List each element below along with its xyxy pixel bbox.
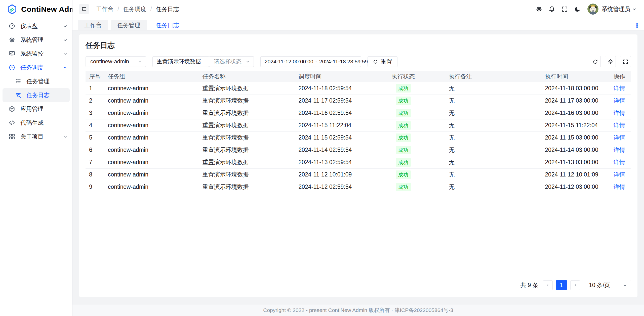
breadcrumb-item-workbench[interactable]: 工作台 xyxy=(96,5,113,13)
dashboard-icon xyxy=(9,23,15,29)
next-page-button[interactable] xyxy=(570,280,580,290)
cell-schedule-time: 2024-11-12 02:59:54 xyxy=(297,181,373,193)
detail-link[interactable]: 详情 xyxy=(614,184,625,190)
column-header-group: 任务组 xyxy=(106,71,200,82)
sidebar-item-system-monitor[interactable]: 系统监控 xyxy=(0,47,72,61)
cell-exec-time: 2024-11-17 03:00:00 xyxy=(540,95,608,107)
date-range-picker[interactable]: 2024-11-12 00:00:00 - 2024-11-18 23:59:5… xyxy=(260,56,361,67)
settings-icon[interactable] xyxy=(536,6,542,13)
cell-status: 成功 xyxy=(373,131,434,144)
menu-collapse-button[interactable] xyxy=(79,4,89,14)
sidebar-item-label: 代码生成 xyxy=(20,119,68,127)
page-title: 任务日志 xyxy=(86,40,631,51)
sidebar-item-task-management[interactable]: 任务管理 xyxy=(0,74,72,88)
breadcrumb-separator: / xyxy=(117,6,119,13)
cell-group: continew-admin xyxy=(106,131,200,144)
refresh-table-button[interactable] xyxy=(590,56,601,67)
chevron-down-icon xyxy=(632,7,636,11)
cell-status: 成功 xyxy=(373,95,434,107)
cell-index: 3 xyxy=(86,107,106,119)
chevron-down-icon xyxy=(138,60,142,64)
column-settings-button[interactable] xyxy=(605,56,616,67)
sidebar-item-about-project[interactable]: 关于项目 xyxy=(0,130,72,144)
fullscreen-icon[interactable] xyxy=(561,6,568,13)
sidebar: ContiNew Admin 仪表盘 系统管理 xyxy=(0,0,72,316)
cell-remark: 无 xyxy=(434,107,540,119)
fullscreen-icon xyxy=(623,59,628,65)
footer: Copyright © 2022 - present ContiNew Admi… xyxy=(72,304,644,316)
sidebar-item-dashboard[interactable]: 仪表盘 xyxy=(0,19,72,33)
sidebar-item-system-management[interactable]: 系统管理 xyxy=(0,33,72,47)
cell-index: 9 xyxy=(86,181,106,193)
chevron-right-icon xyxy=(573,283,577,287)
cell-name: 重置演示环境数据 xyxy=(200,168,297,181)
tab-label: 工作台 xyxy=(84,21,102,29)
date-separator: - xyxy=(313,58,319,65)
page-size-select[interactable]: 10 条/页 xyxy=(584,280,631,290)
cell-group: continew-admin xyxy=(106,181,200,193)
detail-link[interactable]: 详情 xyxy=(614,171,625,178)
status-badge: 成功 xyxy=(396,97,411,105)
refresh-icon xyxy=(373,59,378,64)
tab-workbench[interactable]: 工作台 xyxy=(78,20,108,30)
sidebar-menu: 仪表盘 系统管理 系统监控 xyxy=(0,18,72,144)
cell-schedule-time: 2024-11-13 02:59:54 xyxy=(297,156,373,168)
tab-task-management[interactable]: 任务管理 xyxy=(111,20,147,30)
detail-link[interactable]: 详情 xyxy=(614,147,625,153)
detail-link[interactable]: 详情 xyxy=(614,85,625,92)
cell-exec-time: 2024-11-15 11:22:04 xyxy=(540,119,608,131)
reset-button[interactable]: 重置 xyxy=(368,56,397,67)
table-row: 9 continew-admin 重置演示环境数据 2024-11-12 02:… xyxy=(86,181,631,193)
status-select[interactable]: 请选择状态 xyxy=(209,56,254,67)
status-badge: 成功 xyxy=(396,158,411,167)
refresh-icon xyxy=(592,59,598,65)
prev-page-button[interactable] xyxy=(543,280,553,290)
tab-more-icon[interactable]: ⋮ xyxy=(634,20,640,30)
task-log-table: 序号 任务组 任务名称 调度时间 执行状态 执行备注 执行时间 操作 1 xyxy=(86,71,631,193)
cell-remark: 无 xyxy=(434,131,540,144)
cell-schedule-time: 2024-11-18 02:59:54 xyxy=(297,82,373,95)
tab-label: 任务管理 xyxy=(117,21,140,29)
filter-bar: continew-admin 请选择状态 2024-11-12 00:00:0 xyxy=(86,56,631,67)
task-group-select[interactable]: continew-admin xyxy=(86,56,146,67)
detail-link[interactable]: 详情 xyxy=(614,97,625,104)
cell-exec-time: 2024-11-15 03:00:00 xyxy=(540,131,608,144)
column-header-status: 执行状态 xyxy=(373,71,434,82)
page-number-current[interactable]: 1 xyxy=(556,280,567,290)
detail-link[interactable]: 详情 xyxy=(614,134,625,141)
detail-link[interactable]: 详情 xyxy=(614,122,625,128)
cell-action: 详情 xyxy=(608,168,631,181)
status-select-placeholder: 请选择状态 xyxy=(214,58,242,65)
cell-schedule-time: 2024-11-15 11:22:04 xyxy=(297,119,373,131)
tab-bar: 工作台 任务管理 任务日志 ⋮ xyxy=(72,18,644,30)
task-name-input[interactable] xyxy=(152,56,209,67)
sidebar-item-code-generation[interactable]: 代码生成 xyxy=(0,116,72,130)
breadcrumb-separator: / xyxy=(150,6,152,13)
table-row: 1 continew-admin 重置演示环境数据 2024-11-18 02:… xyxy=(86,82,631,95)
moon-icon[interactable] xyxy=(574,6,581,13)
table-row: 6 continew-admin 重置演示环境数据 2024-11-14 02:… xyxy=(86,144,631,156)
topbar-actions: 系统管理员 xyxy=(530,4,636,15)
detail-link[interactable]: 详情 xyxy=(614,159,625,165)
breadcrumb-item-task-scheduling[interactable]: 任务调度 xyxy=(123,5,146,13)
cell-name: 重置演示环境数据 xyxy=(200,82,297,95)
cell-exec-time: 2024-11-18 03:00:00 xyxy=(540,82,608,95)
tab-task-log[interactable]: 任务日志 xyxy=(149,20,186,30)
table-fullscreen-button[interactable] xyxy=(620,56,631,67)
sidebar-item-task-log[interactable]: 任务日志 xyxy=(3,88,70,102)
sidebar-item-app-management[interactable]: 应用管理 xyxy=(0,102,72,116)
bell-icon[interactable] xyxy=(548,6,555,13)
avatar[interactable] xyxy=(587,4,598,15)
sidebar-item-task-scheduling[interactable]: 任务调度 xyxy=(0,61,72,74)
detail-link[interactable]: 详情 xyxy=(614,110,625,116)
cell-name: 重置演示环境数据 xyxy=(200,119,297,131)
page-size-value: 10 条/页 xyxy=(589,281,610,289)
column-header-schedule: 调度时间 xyxy=(297,71,373,82)
breadcrumb: 工作台 / 任务调度 / 任务日志 xyxy=(96,5,179,13)
logo-icon xyxy=(7,4,18,15)
column-header-exec-time: 执行时间 xyxy=(540,71,608,82)
app-root: ContiNew Admin 仪表盘 系统管理 xyxy=(0,0,644,316)
username[interactable]: 系统管理员 xyxy=(601,5,630,13)
content-area: 任务日志 continew-admin 请选择状态 xyxy=(72,30,644,304)
status-badge: 成功 xyxy=(396,84,411,93)
